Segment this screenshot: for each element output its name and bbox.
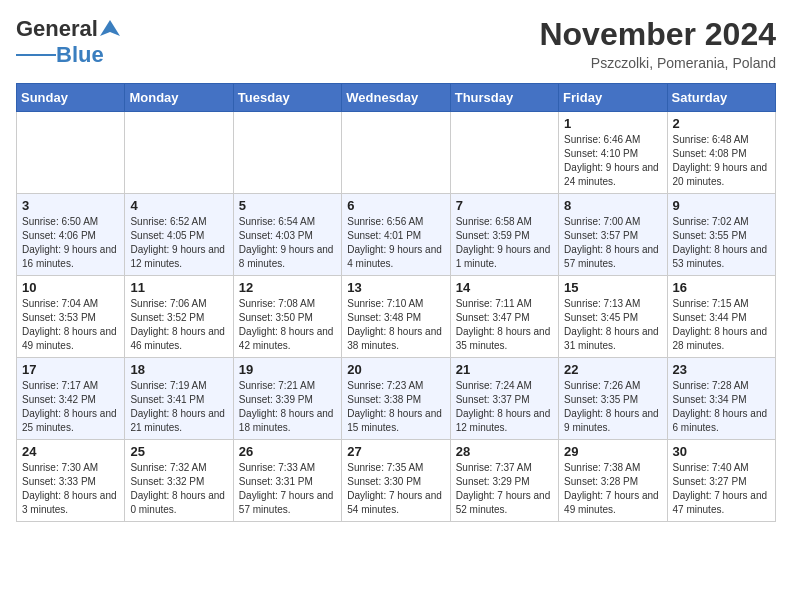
calendar-cell: 3Sunrise: 6:50 AM Sunset: 4:06 PM Daylig… — [17, 194, 125, 276]
calendar-cell: 19Sunrise: 7:21 AM Sunset: 3:39 PM Dayli… — [233, 358, 341, 440]
calendar-cell: 7Sunrise: 6:58 AM Sunset: 3:59 PM Daylig… — [450, 194, 558, 276]
calendar-cell: 29Sunrise: 7:38 AM Sunset: 3:28 PM Dayli… — [559, 440, 667, 522]
day-info: Sunrise: 7:15 AM Sunset: 3:44 PM Dayligh… — [673, 297, 770, 353]
day-info: Sunrise: 6:54 AM Sunset: 4:03 PM Dayligh… — [239, 215, 336, 271]
day-number: 12 — [239, 280, 336, 295]
logo: General Blue — [16, 16, 120, 68]
calendar-cell: 15Sunrise: 7:13 AM Sunset: 3:45 PM Dayli… — [559, 276, 667, 358]
day-number: 5 — [239, 198, 336, 213]
day-number: 1 — [564, 116, 661, 131]
calendar-cell — [342, 112, 450, 194]
weekday-header-thursday: Thursday — [450, 84, 558, 112]
day-number: 8 — [564, 198, 661, 213]
calendar-cell: 27Sunrise: 7:35 AM Sunset: 3:30 PM Dayli… — [342, 440, 450, 522]
subtitle: Pszczolki, Pomerania, Poland — [539, 55, 776, 71]
calendar-cell: 5Sunrise: 6:54 AM Sunset: 4:03 PM Daylig… — [233, 194, 341, 276]
day-info: Sunrise: 7:32 AM Sunset: 3:32 PM Dayligh… — [130, 461, 227, 517]
svg-marker-0 — [100, 20, 120, 36]
day-info: Sunrise: 6:58 AM Sunset: 3:59 PM Dayligh… — [456, 215, 553, 271]
calendar-table: SundayMondayTuesdayWednesdayThursdayFrid… — [16, 83, 776, 522]
calendar-cell: 11Sunrise: 7:06 AM Sunset: 3:52 PM Dayli… — [125, 276, 233, 358]
day-info: Sunrise: 7:04 AM Sunset: 3:53 PM Dayligh… — [22, 297, 119, 353]
calendar-cell: 26Sunrise: 7:33 AM Sunset: 3:31 PM Dayli… — [233, 440, 341, 522]
day-number: 14 — [456, 280, 553, 295]
calendar-cell: 24Sunrise: 7:30 AM Sunset: 3:33 PM Dayli… — [17, 440, 125, 522]
day-info: Sunrise: 7:28 AM Sunset: 3:34 PM Dayligh… — [673, 379, 770, 435]
weekday-header-row: SundayMondayTuesdayWednesdayThursdayFrid… — [17, 84, 776, 112]
day-number: 29 — [564, 444, 661, 459]
day-number: 2 — [673, 116, 770, 131]
day-info: Sunrise: 7:21 AM Sunset: 3:39 PM Dayligh… — [239, 379, 336, 435]
day-info: Sunrise: 7:40 AM Sunset: 3:27 PM Dayligh… — [673, 461, 770, 517]
day-info: Sunrise: 7:11 AM Sunset: 3:47 PM Dayligh… — [456, 297, 553, 353]
day-number: 11 — [130, 280, 227, 295]
calendar-cell: 16Sunrise: 7:15 AM Sunset: 3:44 PM Dayli… — [667, 276, 775, 358]
day-info: Sunrise: 7:00 AM Sunset: 3:57 PM Dayligh… — [564, 215, 661, 271]
day-info: Sunrise: 7:19 AM Sunset: 3:41 PM Dayligh… — [130, 379, 227, 435]
calendar-cell: 18Sunrise: 7:19 AM Sunset: 3:41 PM Dayli… — [125, 358, 233, 440]
weekday-header-wednesday: Wednesday — [342, 84, 450, 112]
day-info: Sunrise: 7:06 AM Sunset: 3:52 PM Dayligh… — [130, 297, 227, 353]
week-row-5: 24Sunrise: 7:30 AM Sunset: 3:33 PM Dayli… — [17, 440, 776, 522]
day-info: Sunrise: 7:17 AM Sunset: 3:42 PM Dayligh… — [22, 379, 119, 435]
day-info: Sunrise: 7:35 AM Sunset: 3:30 PM Dayligh… — [347, 461, 444, 517]
logo-bird-icon — [100, 18, 120, 38]
calendar-cell: 6Sunrise: 6:56 AM Sunset: 4:01 PM Daylig… — [342, 194, 450, 276]
calendar-cell: 14Sunrise: 7:11 AM Sunset: 3:47 PM Dayli… — [450, 276, 558, 358]
day-number: 17 — [22, 362, 119, 377]
day-number: 16 — [673, 280, 770, 295]
calendar-cell: 25Sunrise: 7:32 AM Sunset: 3:32 PM Dayli… — [125, 440, 233, 522]
calendar-cell: 4Sunrise: 6:52 AM Sunset: 4:05 PM Daylig… — [125, 194, 233, 276]
calendar-cell: 21Sunrise: 7:24 AM Sunset: 3:37 PM Dayli… — [450, 358, 558, 440]
day-number: 27 — [347, 444, 444, 459]
day-info: Sunrise: 7:24 AM Sunset: 3:37 PM Dayligh… — [456, 379, 553, 435]
day-info: Sunrise: 7:37 AM Sunset: 3:29 PM Dayligh… — [456, 461, 553, 517]
weekday-header-friday: Friday — [559, 84, 667, 112]
day-number: 19 — [239, 362, 336, 377]
day-info: Sunrise: 7:13 AM Sunset: 3:45 PM Dayligh… — [564, 297, 661, 353]
day-number: 6 — [347, 198, 444, 213]
calendar-cell — [125, 112, 233, 194]
calendar-cell: 13Sunrise: 7:10 AM Sunset: 3:48 PM Dayli… — [342, 276, 450, 358]
day-info: Sunrise: 6:52 AM Sunset: 4:05 PM Dayligh… — [130, 215, 227, 271]
week-row-1: 1Sunrise: 6:46 AM Sunset: 4:10 PM Daylig… — [17, 112, 776, 194]
day-info: Sunrise: 7:10 AM Sunset: 3:48 PM Dayligh… — [347, 297, 444, 353]
calendar-cell — [450, 112, 558, 194]
weekday-header-sunday: Sunday — [17, 84, 125, 112]
day-number: 4 — [130, 198, 227, 213]
calendar-cell: 28Sunrise: 7:37 AM Sunset: 3:29 PM Dayli… — [450, 440, 558, 522]
day-number: 30 — [673, 444, 770, 459]
week-row-3: 10Sunrise: 7:04 AM Sunset: 3:53 PM Dayli… — [17, 276, 776, 358]
day-info: Sunrise: 7:38 AM Sunset: 3:28 PM Dayligh… — [564, 461, 661, 517]
calendar-cell: 22Sunrise: 7:26 AM Sunset: 3:35 PM Dayli… — [559, 358, 667, 440]
week-row-2: 3Sunrise: 6:50 AM Sunset: 4:06 PM Daylig… — [17, 194, 776, 276]
day-number: 10 — [22, 280, 119, 295]
logo-blue: Blue — [56, 42, 104, 68]
calendar-cell: 23Sunrise: 7:28 AM Sunset: 3:34 PM Dayli… — [667, 358, 775, 440]
calendar-cell: 12Sunrise: 7:08 AM Sunset: 3:50 PM Dayli… — [233, 276, 341, 358]
month-title: November 2024 — [539, 16, 776, 53]
day-number: 15 — [564, 280, 661, 295]
day-info: Sunrise: 7:30 AM Sunset: 3:33 PM Dayligh… — [22, 461, 119, 517]
day-info: Sunrise: 6:48 AM Sunset: 4:08 PM Dayligh… — [673, 133, 770, 189]
day-number: 7 — [456, 198, 553, 213]
day-info: Sunrise: 6:46 AM Sunset: 4:10 PM Dayligh… — [564, 133, 661, 189]
calendar-cell: 9Sunrise: 7:02 AM Sunset: 3:55 PM Daylig… — [667, 194, 775, 276]
day-number: 22 — [564, 362, 661, 377]
day-number: 25 — [130, 444, 227, 459]
logo-general: General — [16, 16, 98, 42]
calendar-cell — [17, 112, 125, 194]
calendar-cell: 17Sunrise: 7:17 AM Sunset: 3:42 PM Dayli… — [17, 358, 125, 440]
day-info: Sunrise: 6:56 AM Sunset: 4:01 PM Dayligh… — [347, 215, 444, 271]
day-info: Sunrise: 7:26 AM Sunset: 3:35 PM Dayligh… — [564, 379, 661, 435]
day-number: 28 — [456, 444, 553, 459]
day-number: 24 — [22, 444, 119, 459]
title-area: November 2024 Pszczolki, Pomerania, Pola… — [539, 16, 776, 71]
day-info: Sunrise: 7:08 AM Sunset: 3:50 PM Dayligh… — [239, 297, 336, 353]
weekday-header-tuesday: Tuesday — [233, 84, 341, 112]
weekday-header-saturday: Saturday — [667, 84, 775, 112]
day-number: 23 — [673, 362, 770, 377]
day-info: Sunrise: 7:33 AM Sunset: 3:31 PM Dayligh… — [239, 461, 336, 517]
calendar-cell: 8Sunrise: 7:00 AM Sunset: 3:57 PM Daylig… — [559, 194, 667, 276]
week-row-4: 17Sunrise: 7:17 AM Sunset: 3:42 PM Dayli… — [17, 358, 776, 440]
